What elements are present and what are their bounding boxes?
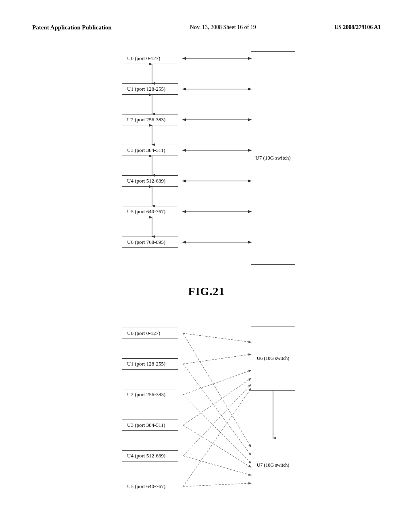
fig22-section: U0 (port 0-127) U1 (port 128-255) U2 (po… [32,322,381,532]
fig22-node-u5: U5 (port 640-767) [122,481,178,492]
fig22-node-u0: U0 (port 0-127) [122,328,178,339]
svg-line-20 [183,425,251,467]
page-header: Patent Application Publication Nov. 13, … [32,24,381,31]
fig22-node-u1: U1 (port 128-255) [122,358,178,370]
fig21-node-u7: U7 (10G switch) [251,51,295,265]
svg-line-23 [183,389,251,486]
fig21-node-u3: U3 (port 384-511) [122,145,178,156]
svg-line-14 [183,333,251,447]
fig21-node-u5: U5 (port 640-767) [122,206,178,217]
fig22-node-u6: U6 (10G switch) [251,326,295,391]
svg-line-15 [183,354,251,364]
header-date-sheet: Nov. 13, 2008 Sheet 16 of 19 [190,24,256,31]
fig21-section: U0 (port 0-127) U1 (port 128-255) U2 (po… [32,47,381,310]
fig22-node-u4: U4 (port 512-639) [122,450,178,461]
fig21-node-u0: U0 (port 0-127) [122,53,178,64]
header-title: Patent Application Publication [32,24,112,31]
fig22-node-u2: U2 (port 256-383) [122,389,178,400]
fig21-diagram: U0 (port 0-127) U1 (port 128-255) U2 (po… [110,47,303,281]
svg-line-21 [183,384,251,456]
svg-line-19 [183,378,251,425]
fig21-node-u4: U4 (port 512-639) [122,175,178,187]
page: Patent Application Publication Nov. 13, … [0,0,413,532]
fig21-node-u1: U1 (port 128-255) [122,83,178,95]
svg-line-24 [183,483,251,486]
fig21-node-u2: U2 (port 256-383) [122,114,178,125]
fig22-node-u3: U3 (port 384-511) [122,420,178,431]
fig22-node-u7: U7 (10G switch) [251,439,295,491]
svg-line-16 [183,364,251,455]
fig21-label: FIG.21 [188,285,225,298]
fig22-vertical-connector [273,391,273,439]
svg-line-17 [183,370,251,395]
fig22-diagram: U0 (port 0-127) U1 (port 128-255) U2 (po… [110,322,303,532]
fig21-node-u6: U6 (port 768-895) [122,237,178,248]
svg-line-18 [183,395,251,463]
svg-line-13 [183,333,251,342]
svg-line-22 [183,456,251,475]
header-patent: US 2008/279106 A1 [334,24,381,31]
